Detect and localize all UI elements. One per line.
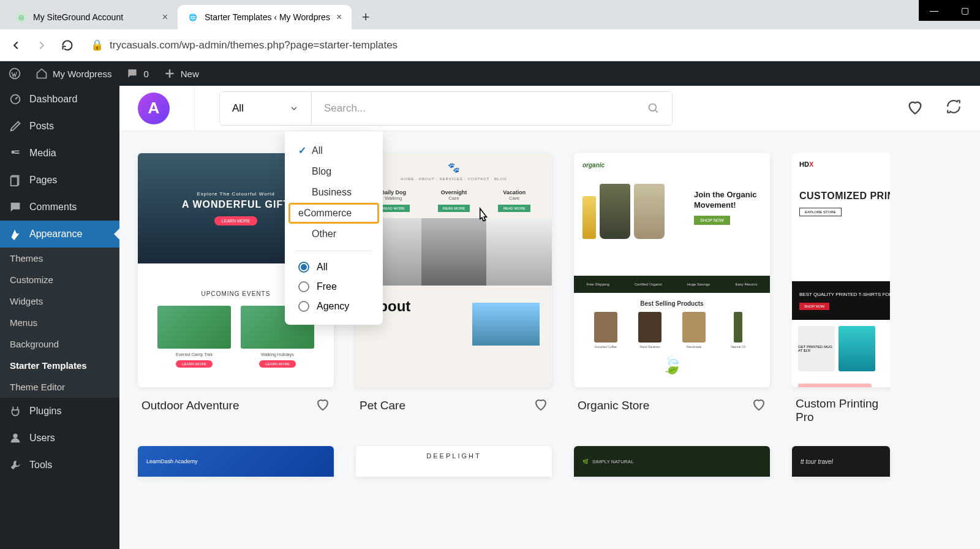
comment-count: 0	[143, 69, 148, 79]
sidebar-item-posts[interactable]: Posts	[0, 113, 119, 140]
svg-point-0	[10, 69, 20, 79]
globe-icon: 🌐	[187, 12, 198, 23]
radio-icon	[298, 262, 309, 273]
template-card-petcare[interactable]: 🐾 HOME · ABOUT · SERVICES · CONTACT · BL…	[356, 153, 552, 424]
new-label: New	[181, 69, 199, 79]
heart-icon[interactable]	[315, 397, 330, 414]
main-content: A All ✓All Blog Business eCo	[119, 86, 980, 549]
close-icon[interactable]: ×	[162, 12, 168, 23]
sidebar-submenu: Themes Customize Widgets Menus Backgroun…	[0, 248, 119, 398]
sidebar-item-users[interactable]: Users	[0, 425, 119, 452]
filter-radio-all[interactable]: All	[285, 257, 383, 277]
sidebar-item-dashboard[interactable]: Dashboard	[0, 86, 119, 113]
favicon-icon: ◎	[16, 12, 27, 23]
url-text: trycasuals.com/wp-admin/themes.php?page=…	[110, 39, 398, 51]
template-name: Organic Store	[578, 399, 649, 412]
url-field[interactable]: 🔒 trycasuals.com/wp-admin/themes.php?pag…	[85, 39, 973, 51]
search-icon[interactable]	[647, 102, 660, 115]
sub-theme-editor[interactable]: Theme Editor	[0, 376, 119, 398]
template-name: Outdoor Adventure	[141, 399, 239, 412]
filter-opt-all[interactable]: ✓All	[285, 140, 383, 161]
template-card-tour-travel[interactable]: tt tour travel	[792, 446, 890, 477]
sub-customize[interactable]: Customize	[0, 269, 119, 290]
svg-point-2	[12, 150, 15, 154]
search-input[interactable]	[324, 102, 647, 115]
wp-admin-bar: My Wordpress 0 New	[0, 61, 980, 86]
back-button[interactable]	[7, 37, 24, 54]
wp-logo[interactable]	[9, 67, 21, 80]
tab-title: Starter Templates ‹ My Wordpres	[205, 12, 330, 22]
sub-background[interactable]: Background	[0, 333, 119, 355]
filter-opt-business[interactable]: Business	[285, 182, 383, 203]
search-group: All	[219, 91, 673, 126]
sidebar-item-comments[interactable]: Comments	[0, 194, 119, 221]
sidebar-item-media[interactable]: Media	[0, 140, 119, 167]
template-thumb: 🐾 HOME · ABOUT · SERVICES · CONTACT · BL…	[356, 153, 552, 387]
window-minimize[interactable]: —	[919, 0, 949, 21]
window-controls: — ▢	[919, 0, 980, 21]
category-select[interactable]: All	[220, 92, 312, 125]
svg-point-5	[13, 434, 17, 438]
sync-button[interactable]	[946, 99, 962, 118]
sub-widgets[interactable]: Widgets	[0, 290, 119, 312]
filter-opt-ecommerce[interactable]: eCommerce	[288, 203, 379, 224]
template-card-simply-natural[interactable]: 🌿SIMPLY NATURAL	[574, 446, 770, 477]
sidebar-item-pages[interactable]: Pages	[0, 167, 119, 194]
comments-link[interactable]: 0	[126, 67, 148, 80]
new-tab-button[interactable]: +	[355, 7, 376, 28]
filter-radio-agency[interactable]: Agency	[285, 297, 383, 316]
sidebar-item-plugins[interactable]: Plugins	[0, 398, 119, 425]
template-name: Pet Care	[360, 399, 405, 412]
template-thumb: organic Join the Organic Movement!SHOP N…	[574, 153, 770, 387]
filter-opt-blog[interactable]: Blog	[285, 161, 383, 182]
template-grid-row2: LearnDash Academy DEEPLIGHT 🌿SIMPLY NATU…	[119, 446, 980, 477]
template-card-organic[interactable]: organic Join the Organic Movement!SHOP N…	[574, 153, 770, 424]
template-thumb: HDX CUSTOMIZED PRINTED TEES EXPLORE STOR…	[792, 153, 890, 387]
forward-button[interactable]	[33, 37, 50, 54]
astra-logo-icon: A	[138, 93, 170, 124]
address-bar: 🔒 trycasuals.com/wp-admin/themes.php?pag…	[0, 29, 980, 61]
sub-starter-templates[interactable]: Starter Templates	[0, 355, 119, 376]
templates-topbar: A All	[119, 86, 980, 131]
template-grid: Explore The Colourful World A WONDERFUL …	[119, 131, 980, 446]
reload-button[interactable]	[59, 37, 76, 54]
window-maximize[interactable]: ▢	[949, 0, 980, 21]
filter-opt-other[interactable]: Other	[285, 224, 383, 244]
template-card-learndash[interactable]: LearnDash Academy	[138, 446, 334, 477]
radio-icon	[298, 281, 309, 292]
admin-sidebar: Dashboard Posts Media Pages Comments App…	[0, 86, 119, 549]
site-name: My Wordpress	[53, 69, 111, 79]
filter-radio-free[interactable]: Free	[285, 277, 383, 297]
category-dropdown: ✓All Blog Business eCommerce Other All F…	[285, 131, 383, 325]
browser-tab-2[interactable]: 🌐 Starter Templates ‹ My Wordpres ×	[178, 5, 352, 29]
heart-icon[interactable]	[752, 397, 766, 414]
tab-title: My SiteGround Account	[33, 12, 123, 22]
chevron-down-icon	[289, 104, 299, 113]
close-icon[interactable]: ×	[336, 12, 342, 23]
sub-menus[interactable]: Menus	[0, 312, 119, 333]
category-selected: All	[232, 102, 244, 115]
heart-icon[interactable]	[533, 397, 548, 414]
favorites-button[interactable]	[907, 99, 924, 118]
top-actions	[907, 99, 962, 118]
new-link[interactable]: New	[164, 67, 199, 80]
check-icon: ✓	[298, 145, 307, 156]
search-box	[312, 92, 672, 125]
template-name: Custom Printing Pro	[796, 397, 886, 424]
tab-strip: ◎ My SiteGround Account × 🌐 Starter Temp…	[0, 0, 980, 29]
browser-tab-1[interactable]: ◎ My SiteGround Account ×	[6, 5, 178, 29]
site-link[interactable]: My Wordpress	[36, 67, 111, 80]
svg-point-6	[649, 104, 657, 111]
sub-themes[interactable]: Themes	[0, 248, 119, 269]
sidebar-item-tools[interactable]: Tools	[0, 452, 119, 479]
svg-rect-4	[11, 177, 18, 186]
radio-icon	[298, 301, 309, 312]
sidebar-item-appearance[interactable]: Appearance	[0, 221, 119, 248]
template-card-deeplight[interactable]: DEEPLIGHT	[356, 446, 552, 477]
template-card-custom-printing[interactable]: HDX CUSTOMIZED PRINTED TEES EXPLORE STOR…	[792, 153, 890, 424]
lock-icon: 🔒	[91, 39, 104, 51]
